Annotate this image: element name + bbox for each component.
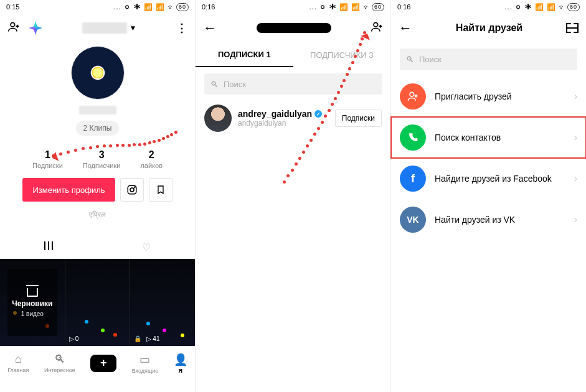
tab-following[interactable]: ПОДПИСКИ 1 — [196, 42, 293, 67]
user-row[interactable]: andrey_gaidulyan✓ andygaidulyan Подписки — [196, 101, 390, 136]
nav-inbox[interactable]: ▭Входящие — [132, 353, 159, 374]
add-person-icon[interactable] — [7, 21, 20, 35]
bottom-nav: ⌂Главная 🔍︎Интересное + ▭Входящие 👤Я — [0, 346, 195, 380]
search-input[interactable]: 🔍︎ Поиск — [400, 49, 577, 70]
home-icon: ⌂ — [15, 353, 22, 366]
nav-home[interactable]: ⌂Главная — [7, 353, 29, 373]
bio-text: एप्रिल — [0, 210, 195, 219]
grid-icon — [44, 241, 53, 250]
stat-followers[interactable]: 3 Подписчики — [83, 149, 121, 169]
option-facebook[interactable]: f Найдите друзей из Facebook › — [391, 158, 586, 199]
follow-tabs: ПОДПИСКИ 1 ПОДПИСЧИКИ 3 — [196, 42, 390, 67]
play-count: ▷ 0 — [69, 335, 79, 342]
phone-icon — [400, 124, 426, 151]
search-icon: 🔍︎ — [54, 353, 65, 366]
invite-icon — [400, 83, 426, 110]
profile-topbar: ▼ ⋮ — [0, 14, 195, 42]
thumb-drafts[interactable]: Черновики 1 видео — [0, 259, 65, 346]
instagram-button[interactable] — [120, 178, 144, 202]
lock-icon: 🔒 — [134, 335, 141, 342]
clips-chip[interactable]: 2 Клипы — [76, 121, 120, 136]
svg-point-4 — [374, 22, 378, 27]
nav-discover[interactable]: 🔍︎Интересное — [44, 353, 75, 373]
pane-following: 0:16 ... ⭘ ✱ 📶 📶 ᯤ 60 ← ПОДПИСКИ 1 ПОДПИ… — [196, 0, 391, 392]
svg-point-2 — [130, 188, 134, 192]
chevron-right-icon: › — [574, 132, 577, 143]
thumb-video-1[interactable]: ▷ 0 — [65, 259, 131, 346]
tab-grid[interactable] — [0, 241, 98, 253]
menu-icon[interactable]: ⋮ — [176, 21, 187, 35]
status-bar: 0:16 ... ⭘ ✱ 📶 📶 ᯤ 60 — [391, 0, 586, 14]
user-info: andrey_gaidulyan✓ andygaidulyan — [238, 109, 329, 128]
tab-liked[interactable]: ♡ — [98, 241, 196, 253]
pane-find-friends: 0:16 ... ⭘ ✱ 📶 📶 ᯤ 60 ← Найти друзей 🔍︎ … — [391, 0, 586, 392]
facebook-icon: f — [400, 166, 426, 192]
vk-icon: VK — [400, 207, 426, 233]
search-icon: 🔍︎ — [210, 80, 219, 89]
status-time: 0:16 — [202, 3, 215, 11]
tab-followers[interactable]: ПОДПИСЧИКИ 3 — [293, 42, 391, 67]
chevron-right-icon: › — [574, 173, 577, 184]
heart-lock-icon: ♡ — [142, 242, 151, 253]
option-contacts[interactable]: Поиск контактов › — [391, 117, 586, 158]
back-icon[interactable]: ← — [203, 20, 217, 36]
status-icons: ... ⭘ ✱ 📶 📶 ᯤ 60 — [310, 3, 384, 11]
nav-me[interactable]: 👤Я — [174, 353, 187, 374]
drafts-overlay: Черновики 1 видео — [7, 269, 57, 336]
stat-likes[interactable]: 2 лайков — [140, 149, 163, 169]
chevron-down-icon: ▼ — [130, 24, 137, 32]
thumb-video-2[interactable]: 🔒 ▷ 41 — [130, 259, 195, 346]
back-icon[interactable]: ← — [399, 20, 412, 36]
status-bar: 0:15 ... ⭘ ✱ 📶 📶 ᯤ 60 — [0, 0, 195, 14]
find-friends-topbar: ← Найти друзей — [391, 14, 586, 42]
pane-profile: 0:15 ... ⭘ ✱ 📶 📶 ᯤ 60 ▼ ⋮ 2 Клипы 1 Подп… — [0, 0, 196, 392]
add-friends-icon[interactable] — [371, 21, 383, 35]
play-count: ▷ 41 — [146, 335, 159, 342]
search-input[interactable]: 🔍︎ Поиск — [204, 73, 382, 95]
person-icon: 👤 — [174, 353, 187, 366]
feed-tabs: ♡ — [0, 235, 195, 259]
stat-following[interactable]: 1 Подписки — [32, 149, 63, 169]
page-title: Найти друзей — [412, 22, 566, 34]
profile-stats: 1 Подписки 3 Подписчики 2 лайков — [22, 149, 172, 169]
following-button[interactable]: Подписки — [335, 110, 382, 127]
edit-profile-button[interactable]: Изменить профиль — [22, 178, 115, 202]
video-grid: Черновики 1 видео ▷ 0 🔒 ▷ 41 — [0, 259, 195, 346]
search-icon: 🔍︎ — [406, 55, 414, 64]
profile-avatar[interactable] — [71, 46, 125, 100]
status-time: 0:15 — [6, 3, 19, 11]
search-placeholder: Поиск — [224, 80, 246, 89]
plus-icon: + — [90, 355, 116, 372]
username-censored — [257, 23, 331, 33]
chevron-right-icon: › — [574, 214, 577, 225]
search-placeholder: Поиск — [419, 55, 442, 64]
drafts-icon — [27, 288, 38, 297]
status-bar: 0:16 ... ⭘ ✱ 📶 📶 ᯤ 60 — [196, 0, 390, 14]
following-topbar: ← — [196, 14, 390, 42]
nav-create[interactable]: + — [90, 355, 116, 372]
status-icons: ... ⭘ ✱ 📶 📶 ᯤ 60 — [114, 3, 189, 11]
scan-icon[interactable] — [566, 23, 579, 33]
svg-point-0 — [11, 22, 15, 27]
bookmark-button[interactable] — [149, 178, 172, 202]
effects-icon[interactable] — [29, 21, 42, 35]
option-vk[interactable]: VK Найти друзей из VK › — [391, 199, 586, 240]
inbox-icon: ▭ — [139, 353, 150, 366]
svg-point-5 — [410, 92, 414, 96]
profile-handle-censored — [79, 106, 116, 114]
option-invite[interactable]: Пригласить друзей › — [391, 76, 586, 117]
chevron-right-icon: › — [574, 91, 577, 102]
verified-icon: ✓ — [314, 110, 322, 118]
user-avatar — [204, 105, 232, 132]
profile-name-dropdown[interactable]: ▼ — [82, 22, 137, 34]
status-icons: ... ⭘ ✱ 📶 📶 ᯤ 60 — [505, 3, 580, 11]
profile-name-censored — [82, 22, 127, 34]
status-time: 0:16 — [397, 3, 410, 11]
svg-point-3 — [134, 187, 135, 188]
